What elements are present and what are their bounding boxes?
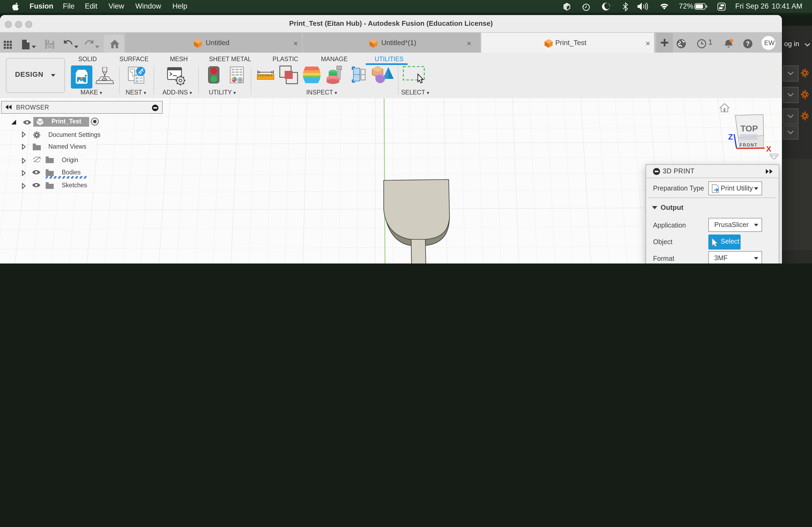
svg-text:TOP: TOP bbox=[740, 124, 758, 133]
svg-text:?: ? bbox=[746, 40, 750, 47]
svg-text:FRONT: FRONT bbox=[740, 143, 757, 147]
svg-text:Z: Z bbox=[728, 133, 733, 141]
svg-text:X: X bbox=[766, 145, 771, 153]
